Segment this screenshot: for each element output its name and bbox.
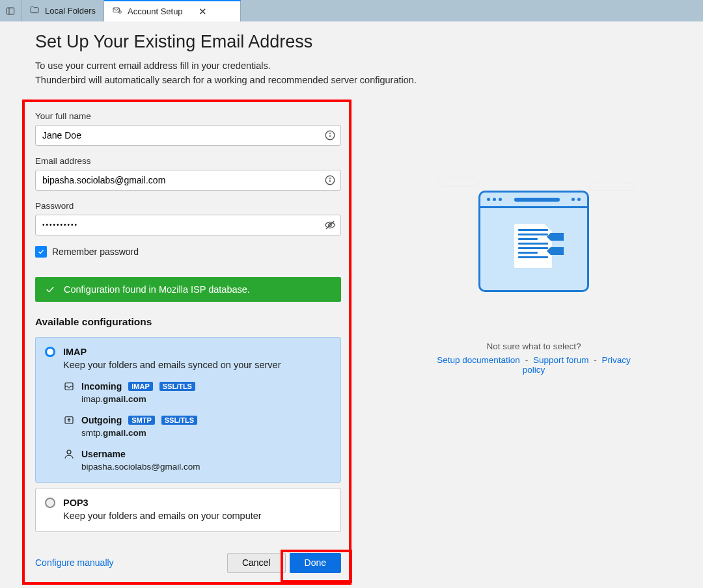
email-input[interactable] xyxy=(35,170,341,191)
incoming-row: Incoming IMAP SSL/TLS xyxy=(63,381,331,392)
incoming-host: imap.gmail.com xyxy=(81,394,331,404)
page-subtitle: To use your current email address fill i… xyxy=(35,59,673,88)
help-links: Setup documentation - Support forum - Pr… xyxy=(433,355,635,375)
folder-icon xyxy=(29,5,40,17)
tab-bar: Local Folders Account Setup ✕ xyxy=(0,0,703,21)
username-value: bipasha.sociolabs@gmail.com xyxy=(81,462,331,472)
alert-text: Configuration found in Mozilla ISP datab… xyxy=(64,284,250,295)
svg-rect-2 xyxy=(113,8,119,12)
password-label: Password xyxy=(35,201,341,211)
configure-manually-link[interactable]: Configure manually xyxy=(35,557,114,568)
page-title: Set Up Your Existing Email Address xyxy=(35,32,673,52)
illustration: Not sure what to select? Setup documenta… xyxy=(433,167,635,375)
outbox-icon xyxy=(63,414,75,426)
radio-selected-icon xyxy=(45,347,55,357)
ssl-badge: SSL/TLS xyxy=(159,382,195,391)
pop3-title: POP3 xyxy=(63,498,89,508)
fullname-label: Your full name xyxy=(35,111,341,121)
ssl-badge: SSL/TLS xyxy=(161,416,197,425)
svg-point-6 xyxy=(330,133,331,134)
remember-label: Remember password xyxy=(52,247,139,257)
mail-settings-icon xyxy=(112,5,122,18)
info-icon[interactable] xyxy=(324,129,336,141)
imap-badge: IMAP xyxy=(128,382,153,391)
support-forum-link[interactable]: Support forum xyxy=(533,355,589,365)
outgoing-row: Outgoing SMTP SSL/TLS xyxy=(63,414,331,426)
eye-off-icon[interactable] xyxy=(324,219,336,231)
imap-desc: Keep your folders and emails synced on y… xyxy=(63,360,331,370)
available-configs-title: Available configurations xyxy=(35,316,341,328)
remember-password-checkbox[interactable]: Remember password xyxy=(35,246,341,258)
smtp-badge: SMTP xyxy=(128,416,155,425)
panel-icon xyxy=(5,6,16,16)
imap-title: IMAP xyxy=(63,347,87,357)
checkbox-checked-icon xyxy=(35,246,47,258)
config-pop3[interactable]: POP3 Keep your folders and emails on you… xyxy=(35,488,341,532)
done-button[interactable]: Done xyxy=(290,553,341,573)
fullname-input[interactable] xyxy=(35,125,341,146)
email-label: Email address xyxy=(35,156,341,166)
help-prompt: Not sure what to select? xyxy=(487,341,581,351)
document-icon xyxy=(514,224,552,268)
success-alert: Configuration found in Mozilla ISP datab… xyxy=(35,277,341,302)
svg-point-9 xyxy=(330,178,331,179)
tab-local-folders[interactable]: Local Folders xyxy=(21,0,104,21)
tab-label: Local Folders xyxy=(45,6,96,16)
tab-account-setup[interactable]: Account Setup ✕ xyxy=(104,0,241,21)
svg-rect-0 xyxy=(7,8,14,14)
sidebar-toggle-button[interactable] xyxy=(0,0,21,21)
check-icon xyxy=(44,284,56,295)
password-input[interactable] xyxy=(35,215,341,235)
radio-unselected-icon xyxy=(45,498,55,508)
setup-doc-link[interactable]: Setup documentation xyxy=(437,355,520,365)
svg-point-15 xyxy=(67,450,71,454)
outgoing-host: smtp.gmail.com xyxy=(81,428,331,438)
user-icon xyxy=(63,448,75,460)
username-row: Username xyxy=(63,448,331,460)
info-icon[interactable] xyxy=(324,174,336,186)
pop3-desc: Keep your folders and emails on your com… xyxy=(63,511,331,521)
tab-label: Account Setup xyxy=(128,7,183,16)
window-illustration-icon xyxy=(478,191,589,292)
close-icon[interactable]: ✕ xyxy=(199,6,207,18)
inbox-icon xyxy=(63,381,75,392)
account-form: Your full name Email address Password xyxy=(35,111,341,573)
cancel-button[interactable]: Cancel xyxy=(227,553,286,573)
config-imap[interactable]: IMAP Keep your folders and emails synced… xyxy=(35,337,341,483)
